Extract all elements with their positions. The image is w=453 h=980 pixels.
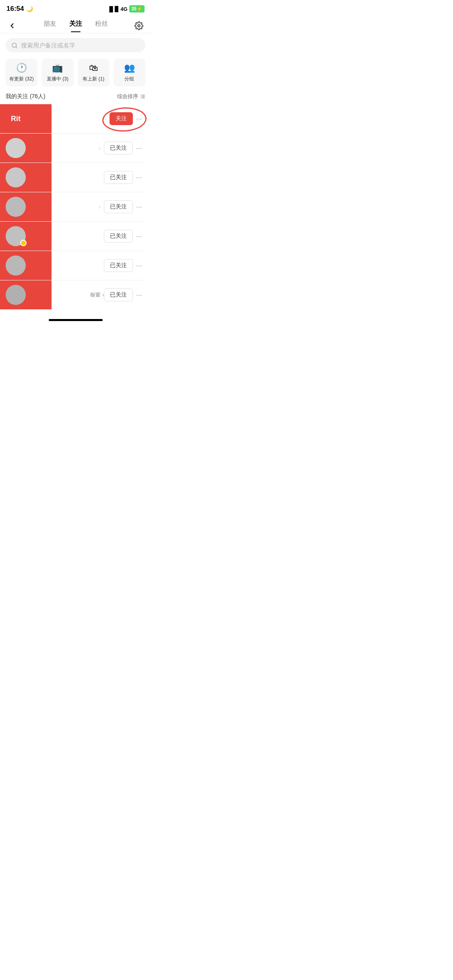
table-row: › 已关注 ··· xyxy=(0,192,151,221)
tab-fans[interactable]: 粉丝 xyxy=(95,20,108,32)
signal-icon: ▐▌▉ xyxy=(108,6,119,12)
tab-friends[interactable]: 朋友 xyxy=(43,20,56,32)
more-options-button[interactable]: ··· xyxy=(133,231,145,242)
filter-updates-label: 有更新 (32) xyxy=(9,76,34,82)
more-options-button[interactable]: ··· xyxy=(133,142,145,154)
settings-button[interactable] xyxy=(132,19,146,33)
arrow-right-icon: › xyxy=(99,204,101,210)
section-title: 我的关注 (76人) xyxy=(6,93,46,100)
network-type: 4G xyxy=(120,6,127,12)
svg-line-2 xyxy=(16,47,17,48)
table-row: 已关注 ··· xyxy=(0,163,151,192)
filter-live-label: 直播中 (3) xyxy=(47,76,68,82)
bottom-area xyxy=(0,309,151,326)
search-input[interactable] xyxy=(21,42,140,49)
avatar xyxy=(6,197,26,217)
more-options-button[interactable]: ··· xyxy=(133,260,145,272)
following-button[interactable]: 已关注 xyxy=(104,142,133,154)
search-icon xyxy=(11,42,18,49)
avatar-area xyxy=(6,226,26,246)
avatar-area xyxy=(6,255,26,276)
table-row: 橱窗 › 已关注 ··· xyxy=(0,280,151,309)
battery-badge: 35⚡ xyxy=(129,5,145,12)
group-icon: 👥 xyxy=(124,63,135,73)
more-options-button[interactable]: ··· xyxy=(133,201,145,213)
back-button[interactable] xyxy=(5,19,19,33)
svg-point-0 xyxy=(138,25,140,27)
status-icons: ▐▌▉ 4G 35⚡ xyxy=(108,5,145,12)
table-row: Rit › 关注 ··· xyxy=(0,104,151,133)
following-button[interactable]: 已关注 xyxy=(104,288,133,301)
arrow-right-icon: › xyxy=(104,115,106,122)
avatar xyxy=(6,167,26,187)
filter-live[interactable]: 📺 直播中 (3) xyxy=(41,59,73,86)
status-bar: 16:54 🌙 ▐▌▉ 4G 35⚡ xyxy=(0,0,151,15)
following-button[interactable]: 已关注 xyxy=(104,230,133,243)
filter-has-updates[interactable]: 🕐 有更新 (32) xyxy=(6,59,37,86)
table-row: 已关注 ··· xyxy=(0,251,151,280)
filter-row: 🕐 有更新 (32) 📺 直播中 (3) 🛍 有上新 (1) 👥 分组 xyxy=(0,57,151,91)
following-button[interactable]: 已关注 xyxy=(104,171,133,184)
sort-button[interactable]: 综合排序 xyxy=(117,93,145,100)
clock-icon: 🕐 xyxy=(16,63,27,73)
status-time: 16:54 xyxy=(6,5,24,13)
shop-icon: 🛍 xyxy=(89,63,98,73)
filter-group[interactable]: 👥 分组 xyxy=(114,59,145,86)
filter-group-label: 分组 xyxy=(124,76,134,82)
nav-tabs: 朋友 关注 粉丝 xyxy=(19,20,132,32)
shop-window-label: 橱窗 xyxy=(90,291,101,299)
more-options-button[interactable]: ··· xyxy=(133,289,145,301)
more-options-button[interactable]: ··· xyxy=(133,172,145,183)
shop-window-arrow: › xyxy=(102,292,104,298)
search-bar[interactable] xyxy=(6,38,145,52)
avatar-area xyxy=(6,197,26,217)
arrow-right-icon: › xyxy=(99,145,101,151)
following-button[interactable]: 已关注 xyxy=(104,200,133,213)
moon-icon: 🌙 xyxy=(26,6,33,12)
tab-following[interactable]: 关注 xyxy=(69,20,82,32)
following-button[interactable]: 已关注 xyxy=(104,259,133,272)
follow-button[interactable]: 关注 xyxy=(110,112,133,125)
avatar xyxy=(6,138,26,158)
avatar-area: Rit xyxy=(6,109,26,129)
user-list: Rit › 关注 ··· › 已关注 xyxy=(0,104,151,309)
filter-new-products[interactable]: 🛍 有上新 (1) xyxy=(78,59,110,86)
section-header: 我的关注 (76人) 综合排序 xyxy=(0,91,151,104)
table-row: › 已关注 ··· xyxy=(0,134,151,163)
filter-new-label: 有上新 (1) xyxy=(83,76,104,82)
top-nav: 朋友 关注 粉丝 xyxy=(0,15,151,33)
avatar xyxy=(6,285,26,305)
notification-dot xyxy=(20,240,27,246)
avatar-area xyxy=(6,138,26,158)
live-icon: 📺 xyxy=(52,63,63,73)
avatar xyxy=(6,255,26,276)
avatar-area xyxy=(6,285,26,305)
home-indicator xyxy=(49,319,103,321)
avatar: Rit xyxy=(6,109,26,129)
table-row: 已关注 ··· xyxy=(0,222,151,251)
more-options-button[interactable]: ··· xyxy=(133,113,145,125)
avatar-area xyxy=(6,167,26,187)
sort-icon xyxy=(140,94,145,99)
